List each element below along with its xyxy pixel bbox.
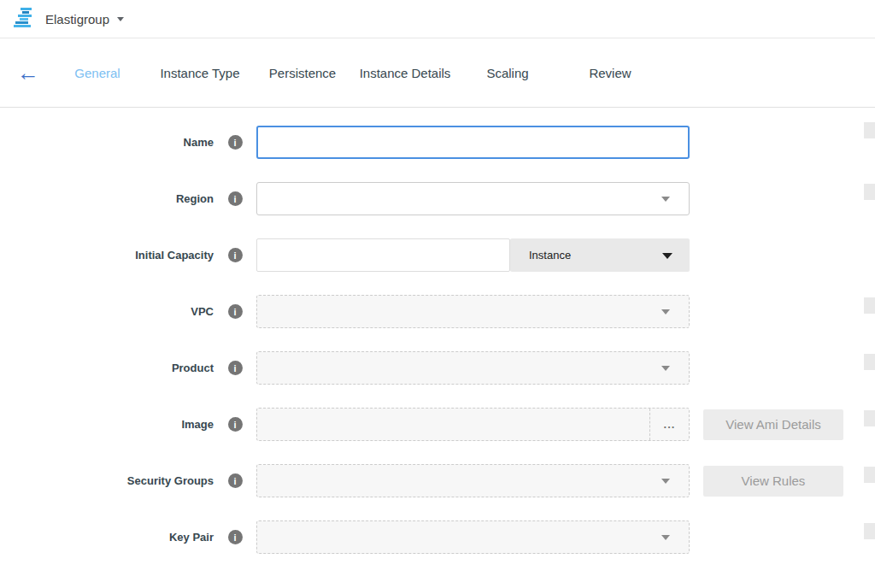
cutoff-element: [864, 297, 875, 314]
initial-capacity-input[interactable]: [256, 238, 510, 272]
info-icon[interactable]: i: [228, 248, 243, 262]
cutoff-element: [864, 354, 875, 370]
cutoff-element: [864, 467, 875, 483]
field-label: Initial Capacity: [0, 249, 214, 262]
chevron-down-icon: [661, 309, 670, 315]
field-label: Region: [0, 192, 214, 205]
form-row-region: Region i: [0, 182, 875, 215]
key-pair-select: [256, 520, 690, 554]
info-icon[interactable]: i: [228, 191, 243, 206]
form-row-key-pair: Key Pair i: [0, 520, 875, 554]
elastigroup-logo-icon: [14, 7, 36, 31]
field-label: Image: [0, 418, 214, 431]
capacity-unit-value: Instance: [529, 249, 571, 262]
view-rules-button: View Rules: [703, 466, 843, 497]
chevron-down-icon: [661, 366, 670, 371]
tab-general[interactable]: General: [46, 66, 149, 80]
tab-instance-type[interactable]: Instance Type: [149, 66, 251, 80]
chevron-down-icon[interactable]: [117, 17, 124, 21]
region-select[interactable]: [256, 182, 690, 215]
tab-scaling[interactable]: Scaling: [456, 66, 559, 80]
field-label: VPC: [0, 305, 214, 318]
info-icon[interactable]: i: [228, 417, 243, 432]
form-row-image: Image i ... View Ami Details: [0, 408, 875, 441]
image-picker: ...: [256, 408, 690, 441]
chevron-down-icon: [661, 197, 670, 202]
wizard-step-bar: ← General Instance Type Persistence Inst…: [0, 38, 875, 108]
chevron-down-icon: [661, 535, 670, 540]
form-row-security-groups: Security Groups i View Rules: [0, 464, 875, 497]
info-icon[interactable]: i: [228, 530, 243, 544]
cutoff-element: [864, 410, 875, 426]
elastigroup-create-wizard: Elastigroup ← General Instance Type Pers…: [0, 0, 875, 588]
chevron-down-icon: [662, 253, 672, 259]
cutoff-element: [864, 122, 875, 138]
field-label: Name: [0, 136, 214, 149]
view-ami-details-button: View Ami Details: [703, 409, 843, 440]
info-icon[interactable]: i: [228, 304, 243, 319]
field-label: Product: [0, 362, 214, 374]
info-icon[interactable]: i: [228, 473, 243, 488]
general-step-form: Name i Region i Initial Capacity i Insta…: [0, 108, 875, 554]
name-input[interactable]: [256, 126, 690, 159]
tab-persistence[interactable]: Persistence: [251, 66, 354, 80]
info-icon[interactable]: i: [228, 135, 243, 150]
cutoff-element: [864, 523, 875, 539]
tab-review[interactable]: Review: [559, 66, 661, 80]
browse-image-button: ...: [649, 409, 689, 440]
form-row-product: Product i: [0, 351, 875, 385]
field-label: Security Groups: [0, 474, 214, 487]
cutoff-element: [864, 184, 875, 200]
field-label: Key Pair: [0, 531, 214, 544]
product-select: [256, 351, 690, 385]
back-arrow-icon[interactable]: ←: [17, 62, 39, 84]
chevron-down-icon: [661, 479, 670, 484]
wizard-tabs: General Instance Type Persistence Instan…: [0, 66, 661, 80]
form-row-initial-capacity: Initial Capacity i Instance: [0, 238, 875, 272]
info-icon[interactable]: i: [228, 361, 243, 375]
product-switcher[interactable]: Elastigroup: [45, 12, 109, 26]
form-row-vpc: VPC i: [0, 295, 875, 328]
capacity-unit-select[interactable]: Instance: [510, 238, 690, 272]
form-row-name: Name i: [0, 126, 875, 159]
security-groups-select: [256, 464, 690, 497]
tab-instance-details[interactable]: Instance Details: [354, 66, 456, 80]
vpc-select: [256, 295, 690, 328]
top-bar: Elastigroup: [0, 0, 875, 38]
